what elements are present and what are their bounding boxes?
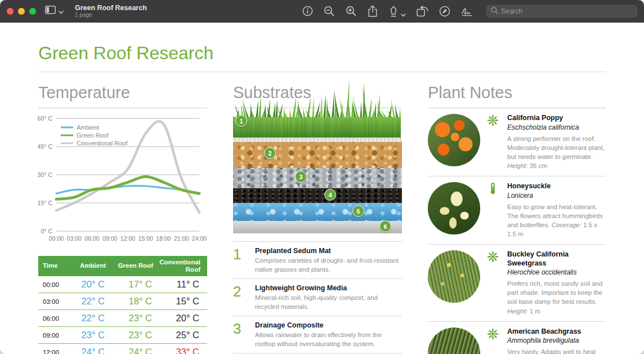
table-row: 00:0020° C17° C11° C (38, 276, 207, 293)
cell-green-roof: 23° C (113, 313, 160, 324)
substrate-title: Lightweight Growing Media (255, 284, 402, 292)
roof-deck-layer (233, 221, 402, 233)
substrate-title: Drainage Composite (255, 321, 402, 329)
cell-ambient: 23° C (66, 330, 113, 340)
sun-icon (487, 328, 500, 354)
plant-photo (428, 328, 480, 354)
plant-desc: Very hardy. Adapts well to heat stress o… (507, 347, 606, 354)
svg-text:21:00: 21:00 (174, 235, 189, 242)
table-row: 12:0024° C24° C33° C (38, 344, 207, 354)
markup-button[interactable] (388, 6, 399, 17)
root-barrier-layer (233, 188, 402, 203)
substrate-number: 3 (233, 321, 248, 348)
sedum-mat-layer (233, 138, 402, 142)
svg-text:Conventional Roof: Conventional Roof (77, 140, 128, 147)
sun-icon (487, 114, 500, 170)
table-header-cell: Conventional Roof (160, 256, 207, 276)
svg-text:24:00: 24:00 (192, 235, 207, 242)
substrate-desc: Mineral-rich soil, high-quality compost,… (255, 294, 402, 311)
table-header-cell: Ambient (66, 256, 113, 276)
cell-green-roof: 18° C (113, 296, 160, 307)
svg-text:0° C: 0° C (41, 228, 52, 234)
sidebar-icon (45, 6, 56, 16)
table-row: 06:0022° C23° C20° C (38, 310, 207, 327)
chevron-down-icon (59, 6, 64, 16)
substrate-diagram: 123456 (233, 115, 402, 233)
cell-time: 06:00 (38, 315, 66, 322)
plant-photo (428, 182, 480, 234)
sidebar-toggle[interactable] (45, 6, 64, 16)
plant-species: Ammophila breviligulata (507, 337, 606, 344)
zoom-in-button[interactable] (346, 6, 357, 17)
info-button[interactable] (302, 6, 313, 16)
svg-text:03:00: 03:00 (67, 235, 82, 242)
search-field[interactable] (486, 5, 637, 17)
svg-text:Ambient: Ambient (77, 124, 99, 131)
cell-ambient: 24° C (66, 347, 113, 354)
plant-species: Hierochloe occidentalis (507, 268, 606, 276)
plant-desc: Prefers rich, moist sandy soil and part … (507, 279, 606, 315)
substrates-section: Substrates 123456 1Preplanted Sedum MatC… (233, 72, 402, 354)
signature-button[interactable] (461, 6, 473, 16)
info-icon (302, 6, 313, 16)
plant-species: Eschscholzia californica (507, 123, 606, 131)
fullscreen-button[interactable] (29, 8, 36, 15)
signature-icon (461, 6, 473, 16)
svg-text:12:00: 12:00 (120, 235, 135, 242)
page-count: 1 page (75, 12, 147, 19)
markup-dropdown[interactable] (401, 14, 406, 17)
svg-text:45° C: 45° C (38, 143, 53, 150)
table-header-cell: Green Roof (113, 256, 160, 276)
cell-green-roof: 17° C (113, 279, 160, 290)
layer-marker: 1 (235, 115, 247, 127)
table-row: 09:0023° C23° C25° C (38, 327, 207, 344)
substrate-title: Preplanted Sedum Mat (255, 247, 402, 255)
table-row: 03:0022° C18° C15° C (38, 293, 207, 310)
document-page[interactable]: Green Roof Research Temperature 0° C15° … (0, 23, 644, 354)
cell-time: 03:00 (38, 298, 66, 305)
cell-conventional: 25° C (160, 330, 207, 340)
annotate-button[interactable] (439, 6, 450, 17)
traffic-lights (7, 8, 36, 15)
rotate-button[interactable] (417, 6, 428, 17)
drainage-cup-layer (233, 203, 402, 221)
zoom-in-icon (346, 6, 357, 17)
grass-illustration (233, 76, 401, 138)
plant-entry: Buckley California SweetgrassHierochloe … (428, 245, 606, 322)
svg-text:60° C: 60° C (38, 115, 53, 122)
close-button[interactable] (7, 8, 14, 15)
growing-media-layer (233, 142, 402, 168)
svg-text:15° C: 15° C (38, 200, 53, 206)
plant-desc: A strong performer on the roof. Moderate… (507, 134, 606, 170)
cell-ambient: 22° C (66, 313, 113, 324)
share-icon (368, 5, 378, 17)
temp-table-body: 00:0020° C17° C11° C03:0022° C18° C15° C… (38, 276, 207, 354)
layer-marker: 6 (379, 220, 391, 232)
cell-conventional: 20° C (160, 313, 207, 324)
svg-text:18:00: 18:00 (156, 235, 171, 242)
plant-list: California PoppyEschscholzia californica… (428, 108, 606, 354)
document-title: Green Roof Research (38, 43, 606, 64)
zoom-out-button[interactable] (324, 6, 335, 17)
cell-conventional: 11° C (160, 279, 207, 290)
substrate-desc: Comprises varieties of drought- and fros… (255, 256, 402, 274)
plant-notes-heading: Plant Notes (428, 83, 606, 108)
plant-name: American Beachgrass (507, 328, 606, 337)
svg-text:30° C: 30° C (38, 171, 53, 178)
temp-table-header: TimeAmbientGreen RoofConventional Roof (38, 256, 207, 276)
cell-green-roof: 24° C (113, 347, 160, 354)
search-input[interactable] (501, 7, 633, 15)
cell-ambient: 22° C (66, 296, 113, 307)
share-button[interactable] (368, 5, 378, 17)
temperature-heading: Temperature (38, 83, 207, 108)
substrate-desc: Allows rainwater to drain effectively fr… (255, 331, 402, 348)
table-header-cell: Time (38, 256, 66, 276)
svg-text:15:00: 15:00 (138, 235, 153, 242)
plant-notes-section: Plant Notes California PoppyEschscholzia… (428, 72, 606, 354)
cell-conventional: 33° C (160, 347, 207, 354)
plant-entry: American BeachgrassAmmophila breviligula… (428, 322, 606, 354)
pencil-circle-icon (439, 6, 450, 17)
cell-conventional: 15° C (160, 296, 207, 307)
plant-entry: California PoppyEschscholzia californica… (428, 108, 606, 176)
minimize-button[interactable] (18, 8, 25, 15)
